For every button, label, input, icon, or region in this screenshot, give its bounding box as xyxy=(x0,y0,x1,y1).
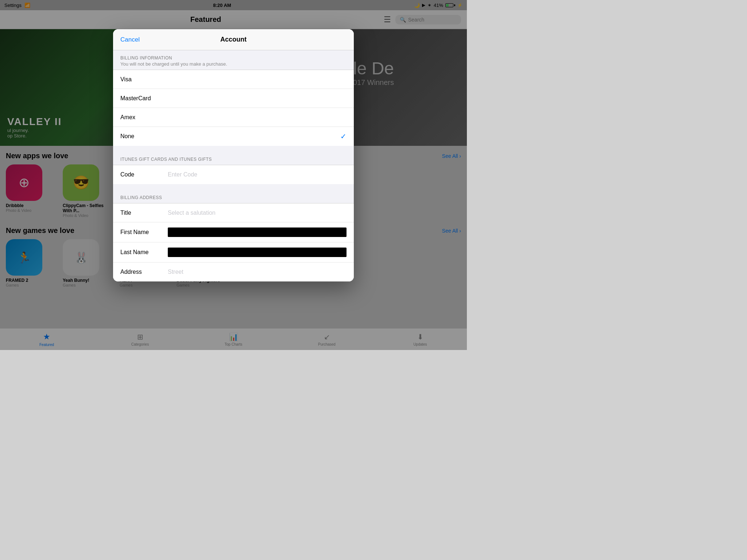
first-name-row[interactable]: First Name xyxy=(113,222,354,242)
payment-options-group: Visa MasterCard Amex None ✓ xyxy=(113,70,354,146)
itunes-title: ITUNES GIFT CARDS AND ITUNES GIFTS xyxy=(120,157,347,162)
mastercard-option[interactable]: MasterCard xyxy=(113,89,354,108)
modal-overlay: Cancel Account BILLING INFORMATION You w… xyxy=(0,0,467,350)
last-name-label: Last Name xyxy=(120,249,168,256)
amex-label: Amex xyxy=(120,114,347,121)
code-placeholder: Enter Code xyxy=(168,171,347,178)
address-value: Street xyxy=(168,269,347,275)
billing-address-section: BILLING ADDRESS Title Select a salutatio… xyxy=(113,190,354,281)
title-placeholder: Select a salutation xyxy=(168,210,347,216)
billing-address-header: BILLING ADDRESS xyxy=(113,190,354,203)
first-name-input[interactable] xyxy=(168,228,347,237)
first-name-label: First Name xyxy=(120,229,168,236)
modal-header: Cancel Account xyxy=(113,29,354,50)
address-form-group: Title Select a salutation First Name Las… xyxy=(113,203,354,281)
cancel-button[interactable]: Cancel xyxy=(120,36,140,43)
mastercard-label: MasterCard xyxy=(120,95,347,102)
modal-title: Account xyxy=(220,36,247,43)
itunes-form-group: Code Enter Code xyxy=(113,165,354,184)
last-name-input[interactable] xyxy=(168,248,347,257)
billing-address-title: BILLING ADDRESS xyxy=(120,195,347,200)
address-row[interactable]: Address Street xyxy=(113,262,354,281)
amex-option[interactable]: Amex xyxy=(113,108,354,127)
billing-info-subtitle: You will not be charged until you make a… xyxy=(120,61,347,67)
visa-label: Visa xyxy=(120,76,347,83)
itunes-header: ITUNES GIFT CARDS AND ITUNES GIFTS xyxy=(113,152,354,165)
none-option[interactable]: None ✓ xyxy=(113,127,354,146)
last-name-row[interactable]: Last Name xyxy=(113,242,354,262)
title-label: Title xyxy=(120,210,168,216)
none-label: None xyxy=(120,133,337,140)
address-label: Address xyxy=(120,269,168,275)
visa-option[interactable]: Visa xyxy=(113,70,354,89)
account-modal: Cancel Account BILLING INFORMATION You w… xyxy=(113,29,354,281)
billing-info-header: BILLING INFORMATION You will not be char… xyxy=(113,50,354,70)
code-label: Code xyxy=(120,171,168,178)
itunes-section: ITUNES GIFT CARDS AND ITUNES GIFTS Code … xyxy=(113,152,354,184)
code-row[interactable]: Code Enter Code xyxy=(113,165,354,184)
title-row[interactable]: Title Select a salutation xyxy=(113,203,354,222)
billing-info-title: BILLING INFORMATION xyxy=(120,55,347,61)
checkmark-icon: ✓ xyxy=(340,132,347,141)
